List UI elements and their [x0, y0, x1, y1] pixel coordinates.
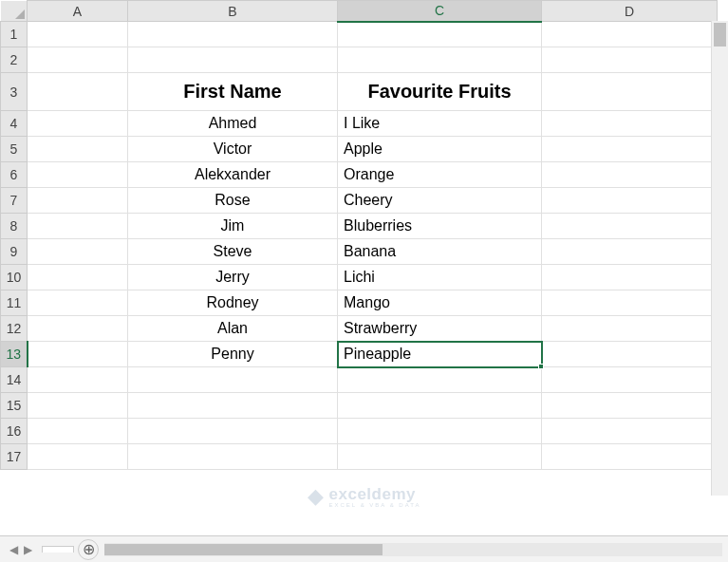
table-cell[interactable]: I Like: [338, 111, 542, 137]
cell[interactable]: [338, 419, 542, 444]
row-header[interactable]: 16: [1, 419, 28, 444]
row-header[interactable]: 15: [1, 393, 28, 419]
table-cell[interactable]: Jim: [128, 214, 338, 239]
cell[interactable]: [542, 214, 718, 239]
select-all-corner[interactable]: [1, 1, 28, 22]
cell[interactable]: [28, 444, 128, 470]
row-header[interactable]: 10: [1, 265, 28, 290]
cell[interactable]: [28, 290, 128, 316]
row-header[interactable]: 3: [1, 73, 28, 111]
cell[interactable]: [338, 47, 542, 73]
row-header[interactable]: 8: [1, 214, 28, 239]
cell[interactable]: [128, 22, 338, 47]
cell[interactable]: [542, 393, 718, 419]
cell[interactable]: [28, 214, 128, 239]
cell[interactable]: [542, 290, 718, 316]
row-header[interactable]: 2: [1, 47, 28, 73]
table-header-firstname[interactable]: First Name: [128, 73, 338, 111]
cell[interactable]: [338, 444, 542, 470]
cell[interactable]: [542, 188, 718, 214]
table-cell[interactable]: Steve: [128, 239, 338, 265]
table-cell[interactable]: Victor: [128, 137, 338, 162]
row-header[interactable]: 14: [1, 367, 28, 393]
tab-nav-next-icon[interactable]: ▶: [24, 543, 32, 556]
cell[interactable]: [28, 265, 128, 290]
table-cell[interactable]: Strawberry: [338, 316, 542, 342]
row-header[interactable]: 7: [1, 188, 28, 214]
cell[interactable]: [28, 342, 128, 367]
table-cell[interactable]: Cheery: [338, 188, 542, 214]
table-cell[interactable]: Alekxander: [128, 162, 338, 188]
row-header[interactable]: 1: [1, 22, 28, 47]
table-header-fruits[interactable]: Favourite Fruits: [338, 73, 542, 111]
row-header[interactable]: 12: [1, 316, 28, 342]
vertical-scrollbar[interactable]: [711, 21, 728, 496]
col-header-a[interactable]: A: [28, 1, 128, 22]
watermark: ◆ exceldemy EXCEL & VBA & DATA: [0, 484, 728, 509]
cell[interactable]: [28, 47, 128, 73]
cell[interactable]: [542, 419, 718, 444]
new-sheet-button[interactable]: ⊕: [78, 539, 99, 560]
cell[interactable]: [28, 162, 128, 188]
col-header-b[interactable]: B: [128, 1, 338, 22]
cell[interactable]: [542, 73, 718, 111]
table-cell[interactable]: Banana: [338, 239, 542, 265]
cell[interactable]: [28, 73, 128, 111]
row-header[interactable]: 13: [1, 342, 28, 367]
cell[interactable]: [542, 367, 718, 393]
table-cell[interactable]: Lichi: [338, 265, 542, 290]
cell[interactable]: [542, 22, 718, 47]
cell[interactable]: [542, 265, 718, 290]
cell[interactable]: [28, 111, 128, 137]
row-header[interactable]: 6: [1, 162, 28, 188]
row-header[interactable]: 11: [1, 290, 28, 316]
cell[interactable]: [542, 111, 718, 137]
cell[interactable]: [338, 367, 542, 393]
table-cell[interactable]: Penny: [128, 342, 338, 367]
cell[interactable]: [28, 22, 128, 47]
table-cell[interactable]: Bluberries: [338, 214, 542, 239]
cell[interactable]: [128, 419, 338, 444]
fill-handle[interactable]: [538, 364, 544, 369]
table-cell[interactable]: Mango: [338, 290, 542, 316]
cell[interactable]: [128, 393, 338, 419]
row-header[interactable]: 17: [1, 444, 28, 470]
cell[interactable]: [28, 419, 128, 444]
cell[interactable]: [28, 316, 128, 342]
cell[interactable]: [28, 393, 128, 419]
col-header-c[interactable]: C: [338, 1, 542, 22]
cell[interactable]: [28, 137, 128, 162]
table-cell[interactable]: Orange: [338, 162, 542, 188]
sheet-tab[interactable]: [42, 546, 74, 553]
scrollbar-thumb[interactable]: [104, 544, 383, 555]
row-header[interactable]: 4: [1, 111, 28, 137]
table-cell[interactable]: Rose: [128, 188, 338, 214]
table-cell[interactable]: Rodney: [128, 290, 338, 316]
table-cell[interactable]: Alan: [128, 316, 338, 342]
cell[interactable]: [542, 444, 718, 470]
row-header[interactable]: 9: [1, 239, 28, 265]
cell[interactable]: [542, 47, 718, 73]
cell[interactable]: [542, 316, 718, 342]
cell[interactable]: [28, 239, 128, 265]
scrollbar-thumb[interactable]: [714, 23, 726, 47]
row-header[interactable]: 5: [1, 137, 28, 162]
cell[interactable]: [28, 188, 128, 214]
cell[interactable]: [338, 393, 542, 419]
cell[interactable]: [542, 239, 718, 265]
table-cell[interactable]: Ahmed: [128, 111, 338, 137]
table-cell[interactable]: Apple: [338, 137, 542, 162]
cell[interactable]: [542, 162, 718, 188]
cell[interactable]: [338, 22, 542, 47]
table-cell[interactable]: Jerry: [128, 265, 338, 290]
cell[interactable]: [542, 342, 718, 367]
cell[interactable]: [128, 367, 338, 393]
col-header-d[interactable]: D: [542, 1, 718, 22]
cell[interactable]: [128, 444, 338, 470]
horizontal-scrollbar[interactable]: [104, 543, 722, 556]
cell[interactable]: [128, 47, 338, 73]
cell[interactable]: [28, 367, 128, 393]
tab-nav-prev-icon[interactable]: ◀: [9, 543, 18, 556]
active-cell[interactable]: Pineapple: [338, 342, 542, 367]
cell[interactable]: [542, 137, 718, 162]
